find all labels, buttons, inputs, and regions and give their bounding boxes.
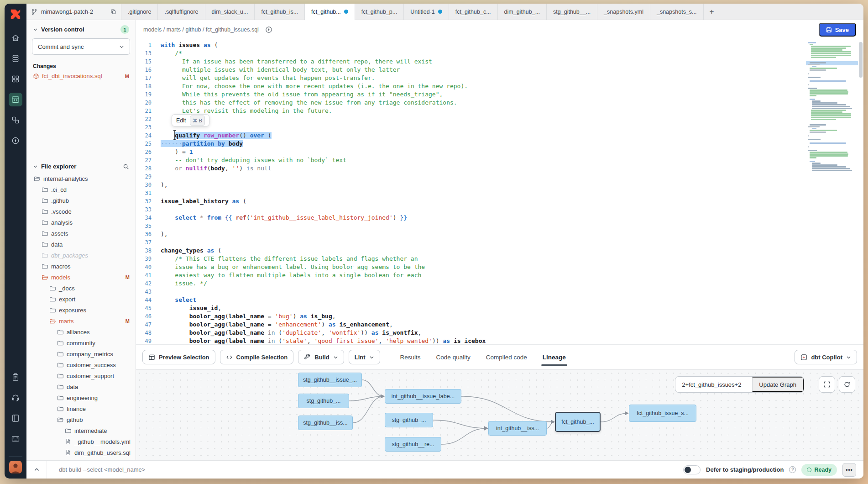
file-tree-item[interactable]: .vscode: [26, 206, 136, 217]
file-tree-item[interactable]: exposures: [26, 305, 136, 316]
code-line[interactable]: 34 select * from {{ ref('int_github__iss…: [136, 214, 863, 222]
panel-tab-lineage[interactable]: Lineage: [543, 354, 566, 361]
dbt-logo-icon[interactable]: [9, 7, 22, 21]
file-tree-item[interactable]: internal-analytics: [26, 173, 136, 184]
commit-and-sync-button[interactable]: Commit and sync: [32, 38, 130, 55]
code-line[interactable]: 15 If an issue has been transferred to a…: [136, 58, 863, 66]
file-tree-item[interactable]: dim_github_users.sql: [26, 447, 136, 458]
home-icon[interactable]: [9, 31, 22, 45]
compass-icon[interactable]: [9, 134, 22, 147]
file-tree-item[interactable]: engineering: [26, 392, 136, 403]
lineage-selector-input[interactable]: 2+fct_github_issues+2: [675, 377, 752, 392]
file-tree-item[interactable]: _github__models.yml: [26, 436, 136, 447]
file-tab[interactable]: fct_github_p...: [355, 4, 404, 20]
file-tab[interactable]: fct_github...: [305, 4, 355, 20]
docs-icon[interactable]: [9, 411, 22, 425]
code-line[interactable]: 49 boolor_agg(label_name in ('stale', 'g…: [136, 337, 863, 344]
file-tree-item[interactable]: alliances: [26, 326, 136, 337]
editor-scrollbar[interactable]: [859, 42, 863, 78]
new-tab-button[interactable]: +: [704, 4, 720, 20]
file-tab[interactable]: _snapshots.yml: [597, 4, 650, 20]
code-line[interactable]: 42 issue. */: [136, 279, 863, 288]
lineage-panel[interactable]: stg_github__issue_...stg_github_...stg_g…: [136, 370, 863, 460]
code-line[interactable]: 48 boolor_agg(label_name in ('duplicate'…: [136, 329, 863, 337]
branch-tab[interactable]: mirnawong1-patch-2: [26, 4, 121, 20]
code-line[interactable]: 20 this has the effect of removing the n…: [136, 99, 863, 107]
code-line[interactable]: 44 select: [136, 296, 863, 304]
code-line[interactable]: 13 /*: [136, 49, 863, 58]
code-line[interactable]: 27 -- don't try deduping issues with no …: [136, 156, 863, 164]
panel-tab-results[interactable]: Results: [400, 354, 421, 361]
file-tab[interactable]: fct_github_c...: [449, 4, 498, 20]
command-input[interactable]: dbt build --select <model_name>: [47, 461, 676, 479]
stack-icon[interactable]: [9, 52, 22, 65]
code-line[interactable]: 19 While this prevents the old issue fro…: [136, 90, 863, 99]
user-avatar[interactable]: [9, 460, 22, 474]
code-line[interactable]: 38change_types as (: [136, 247, 863, 255]
code-line[interactable]: 21 Let's revisit this modeling in the fu…: [136, 107, 863, 115]
code-line[interactable]: 37: [136, 238, 863, 247]
code-line[interactable]: 25······partition by body: [136, 140, 863, 148]
code-line[interactable]: 1with issues as (: [136, 41, 863, 49]
lineage-node[interactable]: stg_github__iss...: [298, 416, 353, 430]
code-line[interactable]: 33: [136, 205, 863, 214]
code-line[interactable]: 22: [136, 115, 863, 123]
help-icon[interactable]: ?: [789, 466, 796, 473]
file-tree-item[interactable]: finance: [26, 403, 136, 414]
code-line[interactable]: 30),: [136, 181, 863, 189]
lineage-node[interactable]: int_github__iss...: [488, 421, 547, 436]
defer-toggle[interactable]: [683, 465, 701, 474]
file-tab[interactable]: _snapshots_s...: [650, 4, 704, 20]
clipboard-icon[interactable]: [9, 370, 22, 384]
lineage-node[interactable]: stg_github_...: [385, 413, 433, 427]
code-line[interactable]: 46 boolor_agg(label_name = 'bug') as is_…: [136, 312, 863, 321]
file-tab[interactable]: .sqlfluffignore: [158, 4, 205, 20]
code-line[interactable]: 31: [136, 189, 863, 197]
edit-popup[interactable]: Edit ⌘ B: [172, 114, 209, 126]
apps-icon[interactable]: [9, 72, 22, 86]
file-tab[interactable]: dim_slack_u...: [205, 4, 255, 20]
code-line[interactable]: 17 will get updates for events that happ…: [136, 74, 863, 82]
keyboard-icon[interactable]: [9, 432, 22, 446]
build-button[interactable]: Build: [298, 350, 344, 364]
preview-selection-button[interactable]: Preview Selection: [142, 350, 215, 364]
file-tree-item[interactable]: intermediate: [26, 425, 136, 436]
code-line[interactable]: 35: [136, 222, 863, 230]
file-explorer-header[interactable]: File explorer: [26, 158, 136, 173]
code-line[interactable]: 16 multiple issues with identical body t…: [136, 66, 863, 74]
lineage-node[interactable]: stg_github_...: [298, 394, 349, 408]
code-line[interactable]: 28 or nullif(body, '') is null: [136, 164, 863, 173]
file-tree-item[interactable]: martsM: [26, 316, 136, 326]
dbt-copilot-button[interactable]: dbt Copilot: [795, 350, 857, 364]
code-line[interactable]: 26 ) = 1: [136, 148, 863, 156]
view-docs-compass-icon[interactable]: [263, 24, 274, 35]
file-tree-item[interactable]: analysis: [26, 217, 136, 228]
update-graph-button[interactable]: Update Graph: [752, 377, 804, 392]
code-line[interactable]: 18 For now, choose the one with more rec…: [136, 82, 863, 90]
file-tree-item[interactable]: customer_support: [26, 370, 136, 381]
file-tree-item[interactable]: data: [26, 239, 136, 250]
lineage-node[interactable]: fct_github_issue_s...: [629, 405, 696, 422]
file-tree-item[interactable]: customer_success: [26, 359, 136, 370]
code-line[interactable]: 39 /* This CTE flattens the different is…: [136, 255, 863, 263]
lineage-node[interactable]: stg_github__re...: [385, 437, 441, 452]
search-icon[interactable]: [123, 163, 129, 170]
file-tab[interactable]: stg_github__...: [547, 4, 597, 20]
panel-tab-compiled-code[interactable]: Compiled code: [486, 354, 527, 361]
fullscreen-button[interactable]: [819, 376, 835, 393]
lineage-node[interactable]: stg_github__issue_...: [298, 373, 362, 387]
lint-button[interactable]: Lint: [349, 350, 380, 364]
version-control-header[interactable]: Version control 1: [26, 20, 136, 37]
code-line[interactable]: 43: [136, 288, 863, 296]
file-tab[interactable]: fct_github_is...: [255, 4, 305, 20]
ide-icon[interactable]: [9, 93, 22, 106]
refresh-graph-button[interactable]: [839, 376, 855, 393]
code-line[interactable]: 36),: [136, 230, 863, 238]
code-editor[interactable]: 1with issues as (13 /*15 If an issue has…: [136, 39, 863, 344]
lineage-node[interactable]: int_github__issue_labe...: [385, 389, 461, 404]
file-tree-item[interactable]: .ci_cd: [26, 184, 136, 195]
compile-selection-button[interactable]: Compile Selection: [220, 350, 294, 364]
flow-icon[interactable]: [9, 113, 22, 127]
file-tab[interactable]: .gitignore: [121, 4, 158, 20]
file-tab[interactable]: dim_github_...: [498, 4, 547, 20]
